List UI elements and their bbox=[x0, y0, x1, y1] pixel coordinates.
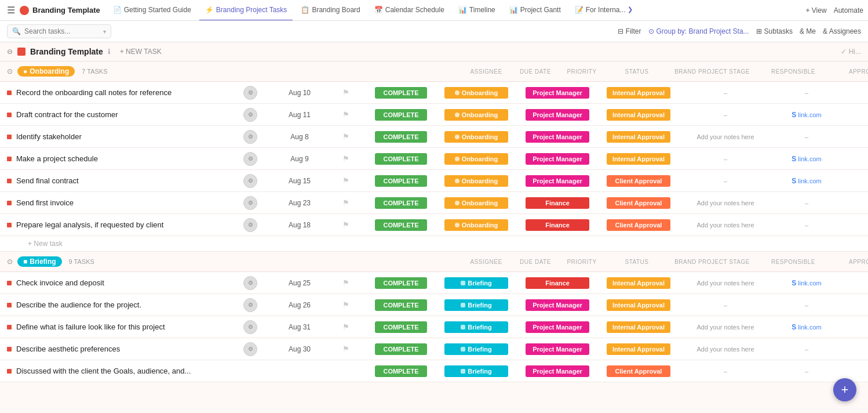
fab-button[interactable]: + bbox=[833, 378, 856, 401]
approval-cell[interactable]: Internal Approval bbox=[598, 343, 679, 355]
flag-icon[interactable]: ⚑ bbox=[342, 323, 349, 331]
group-toggle-onboarding[interactable]: ⊙ bbox=[7, 67, 13, 75]
status-cell[interactable]: COMPLETE bbox=[366, 153, 436, 165]
ref-link[interactable]: Slink.com bbox=[792, 177, 821, 185]
responsible-cell[interactable]: Project Manager bbox=[517, 87, 598, 99]
assignees-button[interactable]: & Assignees bbox=[823, 27, 861, 35]
view-button[interactable]: + View bbox=[805, 6, 826, 15]
status-cell[interactable]: COMPLETE bbox=[366, 321, 436, 333]
task-name[interactable]: Draft contract for the customer bbox=[16, 110, 118, 119]
flag-icon[interactable]: ⚑ bbox=[342, 88, 349, 97]
status-cell[interactable]: COMPLETE bbox=[366, 131, 436, 143]
brand-stage-cell[interactable]: Onboarding bbox=[436, 175, 517, 187]
hide-button[interactable]: ✓ Hi... bbox=[841, 48, 861, 56]
brand-stage-cell[interactable]: Onboarding bbox=[436, 219, 517, 231]
avatar[interactable]: ⚙ bbox=[243, 174, 257, 188]
subtasks-button[interactable]: ⊞ Subtasks bbox=[756, 27, 793, 35]
approval-cell[interactable]: Internal Approval bbox=[598, 277, 679, 289]
approval-cell[interactable]: Internal Approval bbox=[598, 299, 679, 311]
brand-stage-cell[interactable]: Briefing bbox=[436, 299, 517, 311]
status-cell[interactable]: COMPLETE bbox=[366, 365, 436, 377]
responsible-cell[interactable]: Project Manager bbox=[517, 109, 598, 121]
flag-icon[interactable]: ⚑ bbox=[342, 220, 349, 229]
task-name[interactable]: Describe the audience for the project. bbox=[16, 300, 141, 309]
avatar[interactable]: ⚙ bbox=[243, 218, 257, 232]
flag-icon[interactable]: ⚑ bbox=[342, 198, 349, 207]
status-cell[interactable]: COMPLETE bbox=[366, 87, 436, 99]
approval-cell[interactable]: Internal Approval bbox=[598, 87, 679, 99]
tab-branding-board[interactable]: 📋 Branding Board bbox=[295, 0, 366, 21]
brand-stage-cell[interactable]: Onboarding bbox=[436, 131, 517, 143]
tab-getting-started[interactable]: 📄 Getting Started Guide bbox=[107, 0, 197, 21]
approval-cell[interactable]: Client Approval bbox=[598, 219, 679, 231]
responsible-cell[interactable]: Project Manager bbox=[517, 343, 598, 355]
task-name[interactable]: Check invoice and deposit bbox=[16, 278, 104, 287]
avatar[interactable]: ⚙ bbox=[243, 108, 257, 122]
avatar[interactable]: ⚙ bbox=[243, 152, 257, 166]
approval-cell[interactable]: Internal Approval bbox=[598, 321, 679, 333]
status-cell[interactable]: COMPLETE bbox=[366, 197, 436, 209]
group-badge-briefing[interactable]: ■ Briefing bbox=[17, 256, 62, 267]
new-task-row-onboarding[interactable]: + New task bbox=[0, 236, 868, 252]
search-dropdown-icon[interactable]: ▾ bbox=[103, 28, 106, 35]
responsible-cell[interactable]: Finance bbox=[517, 277, 598, 289]
automate-button[interactable]: Automate bbox=[834, 6, 863, 15]
task-name[interactable]: Discussed with the client the Goals, aud… bbox=[16, 367, 191, 375]
responsible-cell[interactable]: Project Manager bbox=[517, 131, 598, 143]
filter-button[interactable]: ⊟ Filter bbox=[618, 27, 641, 35]
avatar[interactable]: ⚙ bbox=[243, 320, 257, 334]
flag-icon[interactable]: ⚑ bbox=[342, 110, 349, 119]
task-name[interactable]: Send first invoice bbox=[16, 198, 74, 207]
brand-stage-cell[interactable]: Briefing bbox=[436, 277, 517, 289]
status-cell[interactable]: COMPLETE bbox=[366, 219, 436, 231]
avatar[interactable]: ⚙ bbox=[243, 86, 257, 100]
flag-icon[interactable]: ⚑ bbox=[342, 278, 349, 287]
responsible-cell[interactable]: Finance bbox=[517, 219, 598, 231]
responsible-cell[interactable]: Project Manager bbox=[517, 321, 598, 333]
task-name[interactable]: Define what is failure look like for thi… bbox=[16, 323, 165, 331]
status-cell[interactable]: COMPLETE bbox=[366, 277, 436, 289]
brand-stage-cell[interactable]: Briefing bbox=[436, 343, 517, 355]
flag-icon[interactable]: ⚑ bbox=[342, 345, 349, 353]
avatar[interactable]: ⚙ bbox=[243, 130, 257, 144]
template-collapse-icon[interactable]: ⊖ bbox=[7, 48, 13, 56]
status-cell[interactable]: COMPLETE bbox=[366, 109, 436, 121]
task-name[interactable]: Record the onboarding call notes for ref… bbox=[16, 88, 172, 97]
flag-icon[interactable]: ⚑ bbox=[342, 176, 349, 185]
approval-cell[interactable]: Internal Approval bbox=[598, 131, 679, 143]
approval-cell[interactable]: Internal Approval bbox=[598, 153, 679, 165]
responsible-cell[interactable]: Project Manager bbox=[517, 175, 598, 187]
responsible-cell[interactable]: Project Manager bbox=[517, 365, 598, 377]
ref-link[interactable]: Slink.com bbox=[792, 111, 821, 119]
flag-icon[interactable]: ⚑ bbox=[342, 154, 349, 163]
status-cell[interactable]: COMPLETE bbox=[366, 343, 436, 355]
brand-stage-cell[interactable]: Onboarding bbox=[436, 197, 517, 209]
responsible-cell[interactable]: Project Manager bbox=[517, 299, 598, 311]
task-name[interactable]: Make a project schedule bbox=[16, 154, 98, 163]
approval-cell[interactable]: Client Approval bbox=[598, 197, 679, 209]
brand-stage-cell[interactable]: Briefing bbox=[436, 365, 517, 377]
tab-branding-project[interactable]: ⚡ Branding Project Tasks bbox=[199, 0, 293, 21]
avatar[interactable]: ⚙ bbox=[243, 342, 257, 356]
approval-cell[interactable]: Client Approval bbox=[598, 365, 679, 377]
template-info-icon[interactable]: ℹ bbox=[108, 48, 111, 56]
approval-cell[interactable]: Internal Approval bbox=[598, 109, 679, 121]
avatar[interactable]: ⚙ bbox=[243, 196, 257, 210]
task-name[interactable]: Describe aesthetic preferences bbox=[16, 345, 120, 353]
new-task-button[interactable]: + NEW TASK bbox=[120, 48, 162, 56]
group-badge-onboarding[interactable]: ● Onboarding bbox=[17, 66, 75, 77]
status-cell[interactable]: COMPLETE bbox=[366, 299, 436, 311]
status-cell[interactable]: COMPLETE bbox=[366, 175, 436, 187]
ref-link[interactable]: Slink.com bbox=[792, 155, 821, 163]
group-toggle-briefing[interactable]: ⊙ bbox=[7, 258, 13, 266]
approval-cell[interactable]: Client Approval bbox=[598, 175, 679, 187]
task-name[interactable]: Prepare legal analysis, if requested by … bbox=[16, 220, 163, 229]
search-box[interactable]: 🔍 ▾ bbox=[7, 24, 111, 38]
search-input[interactable] bbox=[24, 27, 100, 35]
responsible-cell[interactable]: Project Manager bbox=[517, 153, 598, 165]
group-by-button[interactable]: ⊙ Group by: Brand Project Sta... bbox=[648, 27, 749, 35]
ref-link[interactable]: Slink.com bbox=[792, 279, 821, 287]
responsible-cell[interactable]: Finance bbox=[517, 197, 598, 209]
tab-calendar[interactable]: 📅 Calendar Schedule bbox=[369, 0, 450, 21]
task-name[interactable]: Identify stakeholder bbox=[16, 132, 82, 141]
